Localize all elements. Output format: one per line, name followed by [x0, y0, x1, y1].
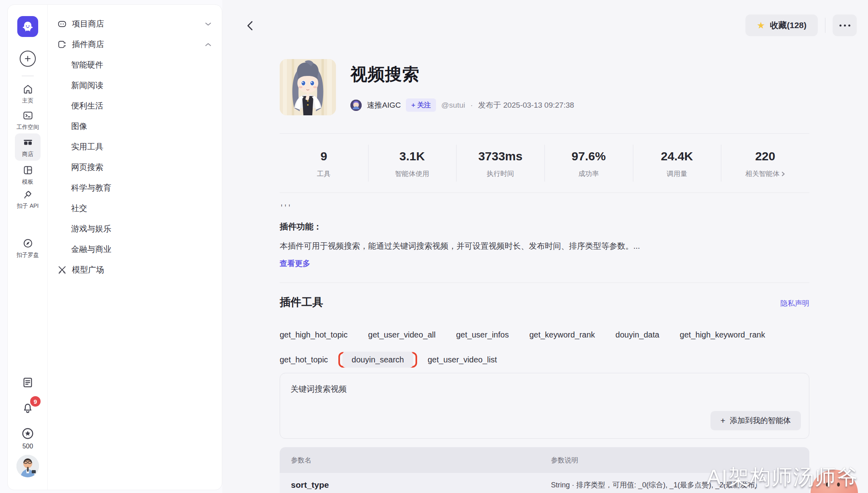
- tool-tab[interactable]: get_user_infos: [456, 330, 509, 340]
- compass-icon: [23, 238, 33, 249]
- favorite-button[interactable]: ★ 收藏(128): [745, 14, 818, 36]
- description-quote: ''': [280, 204, 640, 211]
- nav-category-item[interactable]: 游戏与娱乐: [48, 219, 222, 239]
- privacy-statement-link[interactable]: 隐私声明: [780, 299, 809, 308]
- plugin-description: ''' 插件功能： 本插件可用于视频搜索，能通过关键词搜索视频，并可设置视频时长…: [280, 204, 640, 269]
- highlight-annotation: douyin_search: [338, 352, 417, 368]
- chevron-right-icon: [781, 171, 785, 177]
- column-header-param-name: 参数名: [280, 456, 551, 465]
- nav-item-label: 项目商店: [72, 18, 104, 29]
- nav-category-label: 网页搜索: [71, 162, 103, 173]
- author-name[interactable]: 速推AIGC: [367, 100, 401, 110]
- stat-value: 97.6%: [545, 149, 633, 163]
- stat-label: 智能体使用: [368, 169, 457, 178]
- plugin-tools-section: 插件工具 隐私声明 get_high_hot_topic get_user_vi…: [280, 282, 809, 370]
- create-new-button[interactable]: [20, 51, 36, 67]
- nav-category-item[interactable]: 便利生活: [48, 96, 222, 116]
- top-actions: ★ 收藏(128): [745, 14, 857, 36]
- plus-icon: +: [721, 416, 725, 425]
- plus-icon: [24, 55, 32, 63]
- rail-item-credits[interactable]: 500: [8, 427, 48, 450]
- home-icon: [23, 84, 33, 94]
- nav-category-item[interactable]: 金融与商业: [48, 239, 222, 260]
- more-button[interactable]: [833, 14, 857, 36]
- nav-category-item[interactable]: 实用工具: [48, 137, 222, 157]
- see-more-link[interactable]: 查看更多: [280, 258, 640, 269]
- document-icon: [22, 376, 34, 389]
- tool-tab[interactable]: douyin_data: [616, 330, 659, 340]
- notification-badge: 9: [30, 396, 41, 407]
- stat-value: 24.4K: [633, 149, 721, 163]
- stat-related-agents[interactable]: 220 相关智能体: [721, 148, 809, 178]
- stat-exec-time: 3733ms 执行时间: [456, 148, 545, 178]
- nav-category-item[interactable]: 图像: [48, 116, 222, 137]
- coze-logo[interactable]: [17, 16, 38, 37]
- tool-description: 关键词搜索视频: [291, 384, 347, 395]
- author-handle: @sutui: [441, 101, 465, 110]
- nav-category-label: 便利生活: [71, 100, 103, 111]
- back-button[interactable]: [243, 18, 258, 33]
- credits-label: 500: [23, 443, 33, 450]
- stat-label: 相关智能体: [745, 169, 780, 178]
- rail-item-workspace[interactable]: 工作空间: [8, 110, 48, 131]
- parameters-table: 参数名 参数说明 sort_type String · 排序类型，可用值: _0…: [280, 447, 809, 493]
- ellipsis-icon: [844, 25, 846, 27]
- rail-item-profile[interactable]: [8, 455, 48, 477]
- nav-item-model-plaza[interactable]: 模型广场: [48, 260, 222, 280]
- tool-tab[interactable]: get_high_hot_topic: [280, 330, 348, 340]
- nav-item-project-store[interactable]: 项目商店: [48, 14, 222, 34]
- nav-category-item[interactable]: 网页搜索: [48, 157, 222, 178]
- nav-category-item[interactable]: 科学与教育: [48, 178, 222, 198]
- star-circle-icon: [21, 427, 35, 440]
- nav-category-label: 图像: [71, 121, 87, 132]
- nav-item-label: 插件商店: [72, 39, 104, 50]
- rail-item-docs[interactable]: [8, 376, 48, 389]
- description-heading: 插件功能：: [280, 221, 640, 232]
- tool-tab[interactable]: get_user_video_list: [428, 355, 497, 364]
- tool-tab[interactable]: get_user_video_all: [368, 330, 436, 340]
- main-area: ★ 收藏(128): [222, 0, 868, 493]
- left-panel: 主页 工作空间 商店 模板: [7, 4, 222, 490]
- tool-tab[interactable]: get_high_keyword_rank: [680, 330, 765, 340]
- rail-item-api[interactable]: 扣子 API: [8, 189, 48, 210]
- mascot-peek: [811, 470, 858, 493]
- model-plaza-icon: [57, 265, 67, 275]
- plugin-header: 视频搜索 速推AIGC + 关注 @sutui · 发布于 202: [280, 59, 574, 115]
- nav-category-label: 新闻阅读: [71, 80, 103, 91]
- rail-item-label: 扣子罗盘: [16, 252, 39, 259]
- tool-tab[interactable]: get_hot_topic: [280, 355, 328, 364]
- nav-category-label: 游戏与娱乐: [71, 223, 111, 234]
- tool-tab[interactable]: get_keyword_rank: [529, 330, 595, 340]
- stat-agent-usage: 3.1K 智能体使用: [368, 148, 457, 178]
- rail-item-store[interactable]: 商店: [15, 133, 41, 161]
- stat-value: 3.1K: [368, 149, 457, 163]
- stat-label: 调用量: [633, 169, 721, 178]
- tools-section-title: 插件工具: [280, 295, 323, 309]
- nav-category-item[interactable]: 新闻阅读: [48, 75, 222, 96]
- table-header-row: 参数名 参数说明: [280, 447, 809, 473]
- nav-category-label: 金融与商业: [71, 244, 111, 255]
- back-chevron-icon: [246, 20, 255, 31]
- favorite-label: 收藏(128): [770, 20, 807, 31]
- nav-item-plugin-store[interactable]: 插件商店: [48, 34, 222, 55]
- stat-label: 执行时间: [456, 169, 545, 178]
- stat-value: 220: [721, 149, 809, 163]
- rail-item-template[interactable]: 模板: [8, 165, 48, 186]
- icon-rail: 主页 工作空间 商店 模板: [8, 5, 48, 490]
- add-to-agent-button[interactable]: + 添加到我的智能体: [710, 411, 801, 430]
- description-body: 本插件可用于视频搜索，能通过关键词搜索视频，并可设置视频时长、发布时间、排序类型…: [280, 241, 640, 252]
- rail-item-notifications[interactable]: 9: [8, 401, 48, 414]
- rail-item-compass[interactable]: 扣子罗盘: [8, 238, 48, 259]
- nav-category-item[interactable]: 社交: [48, 198, 222, 219]
- plugin-avatar-art: [280, 59, 336, 115]
- rail-item-home[interactable]: 主页: [8, 84, 48, 104]
- author-avatar: [350, 100, 362, 111]
- follow-button[interactable]: + 关注: [406, 98, 436, 112]
- stat-label: 成功率: [545, 169, 633, 178]
- stats-bar: 9 工具 3.1K 智能体使用 3733ms 执行时间 97.6% 成功率 24…: [280, 133, 809, 193]
- plugin-header-info: 视频搜索 速推AIGC + 关注 @sutui · 发布于 202: [350, 59, 574, 115]
- nav-category-item[interactable]: 智能硬件: [48, 55, 222, 75]
- ghost-logo-icon: [20, 19, 35, 34]
- rail-item-label: 商店: [22, 151, 33, 158]
- tool-tab-selected[interactable]: douyin_search: [342, 352, 413, 368]
